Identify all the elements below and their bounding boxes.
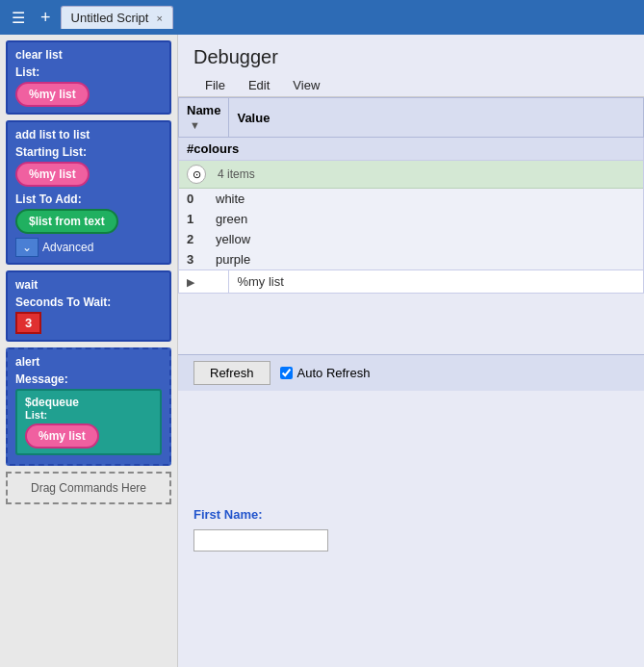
col-value-header: Value xyxy=(229,98,644,138)
add-list-block: add list to list Starting List: %my list… xyxy=(6,120,171,265)
clear-list-block: clear list List: %my list xyxy=(6,40,171,115)
list-to-add-pill[interactable]: $list from text xyxy=(15,209,118,234)
debugger-menubar: File Edit View xyxy=(178,74,644,97)
item-value-0: white xyxy=(208,189,643,209)
mylist-name-cell: %my list xyxy=(229,270,644,294)
script-tab[interactable]: Untitled Script × xyxy=(61,6,173,29)
debugger-title: Debugger xyxy=(178,35,644,74)
mylist-name: %my list xyxy=(237,274,283,289)
alert-inner-block: $dequeue List: %my list xyxy=(15,389,162,455)
refresh-button[interactable]: Refresh xyxy=(193,361,270,385)
items-count: 4 items xyxy=(218,167,255,181)
auto-refresh-text: Auto Refresh xyxy=(297,366,371,380)
advanced-row: ⌄ Advanced xyxy=(15,238,162,257)
wait-block: wait Seconds To Wait: 3 xyxy=(6,270,171,342)
right-panel: Debugger File Edit View Name ▼ Value xyxy=(178,35,644,667)
item-index-3: 3 xyxy=(179,249,208,269)
debugger-table: Name ▼ Value #colours xyxy=(178,97,644,294)
expand-arrow[interactable]: ▶ xyxy=(187,276,194,288)
alert-inner-label: List: xyxy=(25,409,152,421)
alert-inner-title: $dequeue xyxy=(25,396,152,409)
alert-block: alert Message: $dequeue List: %my list xyxy=(6,347,171,466)
col-name-header: Name ▼ xyxy=(179,98,229,138)
item-value-3: purple xyxy=(208,249,643,269)
menu-file[interactable]: File xyxy=(193,74,237,96)
collapse-button[interactable]: ⊙ xyxy=(187,165,206,184)
list-item: 1 green xyxy=(179,209,643,229)
alert-message-label: Message: xyxy=(15,372,162,386)
item-value-2: yellow xyxy=(208,229,643,249)
add-tab-button[interactable]: + xyxy=(35,4,57,32)
item-index-2: 2 xyxy=(179,229,208,249)
first-name-input[interactable] xyxy=(193,529,328,552)
left-panel: clear list List: %my list add list to li… xyxy=(0,35,178,667)
table-row: #colours xyxy=(179,138,644,161)
first-name-label: First Name: xyxy=(193,507,263,522)
advanced-label: Advanced xyxy=(42,241,93,254)
tab-label: Untitled Script xyxy=(71,11,149,25)
item-value-1: green xyxy=(208,209,643,229)
sub-items-table: 0 white 1 green 2 yellow xyxy=(179,189,643,269)
wait-field-label: Seconds To Wait: xyxy=(15,295,162,309)
list-item: 2 yellow xyxy=(179,229,643,249)
main-layout: clear list List: %my list add list to li… xyxy=(0,35,644,667)
clear-list-field-label: List: xyxy=(15,65,162,79)
alert-inner-value[interactable]: %my list xyxy=(25,423,99,449)
list-item: 3 purple xyxy=(179,249,643,269)
mylist-arrow-cell: ▶ xyxy=(179,270,229,294)
add-list-title: add list to list xyxy=(15,128,162,141)
auto-refresh-checkbox[interactable] xyxy=(280,367,293,379)
colours-group-cell: #colours xyxy=(179,138,644,161)
wait-value[interactable]: 3 xyxy=(15,312,41,334)
filter-icon[interactable]: ▼ xyxy=(190,119,200,131)
auto-refresh-label[interactable]: Auto Refresh xyxy=(280,366,371,380)
table-row: ⊙ 4 items 0 white 1 green xyxy=(179,161,644,270)
item-index-1: 1 xyxy=(179,209,208,229)
alert-title: alert xyxy=(15,355,162,369)
bottom-bar: Refresh Auto Refresh xyxy=(178,354,644,391)
menu-view[interactable]: View xyxy=(281,74,331,96)
advanced-chevron[interactable]: ⌄ xyxy=(15,238,39,257)
menu-edit[interactable]: Edit xyxy=(237,74,281,96)
list-to-add-label: List To Add: xyxy=(15,192,162,206)
menu-button[interactable]: ☰ xyxy=(6,5,31,31)
debugger-table-area: Name ▼ Value #colours xyxy=(178,97,644,354)
drag-commands-area: Drag Commands Here xyxy=(6,472,171,504)
tab-close-button[interactable]: × xyxy=(156,13,162,24)
table-row: ▶ %my list xyxy=(179,270,644,294)
item-index-0: 0 xyxy=(179,189,208,209)
starting-list-label: Starting List: xyxy=(15,145,162,159)
clear-list-title: clear list xyxy=(15,48,162,62)
expanded-items-cell: ⊙ 4 items 0 white 1 green xyxy=(179,161,644,270)
drag-commands-label: Drag Commands Here xyxy=(31,481,146,495)
wait-title: wait xyxy=(15,278,162,292)
starting-list-pill[interactable]: %my list xyxy=(15,162,90,187)
clear-list-value-pill[interactable]: %my list xyxy=(15,82,90,107)
top-bar: ☰ + Untitled Script × xyxy=(0,0,644,35)
list-item: 0 white xyxy=(179,189,643,209)
